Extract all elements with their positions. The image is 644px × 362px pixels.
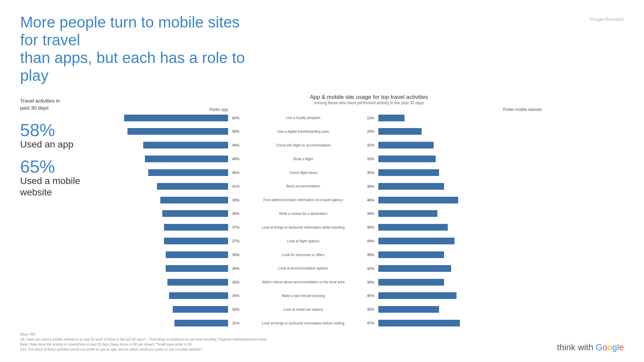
app-pct-label: 48% (229, 157, 239, 161)
web-pct-label: 34% (367, 212, 377, 216)
web-bar (378, 142, 434, 148)
app-bar (173, 306, 228, 313)
web-pct-label: 35% (367, 307, 377, 311)
activity-label: Look at flight options (239, 239, 367, 243)
app-bar (166, 251, 228, 258)
header: More people turn to mobile sites for tra… (20, 13, 624, 90)
web-bar (378, 210, 437, 217)
chart-row: 37% Look at flight options 44% (114, 236, 624, 246)
app-pct-label: 32% (229, 307, 239, 311)
bar-left-wrap (114, 128, 228, 135)
chart-row: 36% Look for discounts or offers 38% (114, 250, 624, 259)
web-bar (378, 183, 444, 190)
main-title: More people turn to mobile sites for tra… (20, 13, 255, 84)
col-header-app: Prefer app (114, 107, 228, 112)
stat-app-pct: 58% (20, 121, 114, 139)
col-headers: Prefer app Prefer mobile website (114, 107, 624, 113)
chart-container: 60% Use a loyalty program 15% 58% Use a … (114, 113, 624, 328)
app-pct-label: 31% (229, 321, 239, 325)
page: Google Research More people turn to mobi… (0, 0, 644, 362)
app-bar (127, 128, 228, 135)
activity-label: Book accommodation (239, 184, 367, 188)
app-bar (157, 183, 228, 190)
activity-label: Look at accommodation options (239, 266, 367, 270)
web-bar (378, 320, 460, 326)
stat-app-block: 58% Used an app (20, 121, 114, 150)
web-pct-label: 32% (367, 143, 377, 147)
chart-row: 41% Book accommodation 38% (114, 182, 624, 191)
chart-row: 32% Look at rental car options 35% (114, 305, 624, 314)
activity-label: Use a loyalty program (239, 116, 367, 120)
activity-label: Write a review for a destination (239, 212, 367, 216)
footer-line: Base: Have done the activity on smartpho… (20, 342, 624, 347)
web-bar (378, 156, 436, 162)
app-bar (160, 197, 228, 203)
web-bar (378, 169, 439, 176)
stat-app-desc: Used an app (20, 139, 114, 150)
web-bar (378, 251, 444, 258)
bar-left-wrap (114, 210, 228, 217)
bar-right-wrap (378, 156, 499, 162)
bar-right-wrap (378, 238, 499, 244)
bar-right-wrap (378, 265, 499, 272)
app-bar (169, 292, 228, 299)
app-pct-label: 49% (229, 143, 239, 147)
web-bar (378, 224, 448, 231)
activity-label: Check flight times (239, 171, 367, 175)
web-bar (378, 265, 451, 272)
chart-row: 60% Use a loyalty program 15% (114, 113, 624, 123)
web-bar (378, 238, 454, 244)
bar-left-wrap (114, 251, 228, 258)
chart-row: 38% Write a review for a destination 34% (114, 209, 624, 218)
bar-left-wrap (114, 265, 228, 272)
web-bar (378, 128, 422, 135)
web-pct-label: 38% (367, 184, 377, 188)
chart-row: 49% Check into flight or accommodation 3… (114, 140, 624, 150)
app-bar (174, 320, 228, 326)
left-panel: Travel activities inpast 30 days 58% Use… (20, 94, 114, 328)
web-bar (378, 292, 457, 299)
footer-line: Base: 500 (20, 332, 624, 337)
app-pct-label: 36% (229, 266, 239, 270)
activity-label: Look at rental car options (239, 307, 367, 312)
right-panel: App & mobile site usage for top travel a… (114, 94, 624, 328)
web-pct-label: 33% (367, 157, 377, 161)
activity-label: Check into flight or accommodation (239, 143, 367, 147)
web-pct-label: 25% (367, 129, 377, 133)
content-area: Travel activities inpast 30 days 58% Use… (20, 94, 624, 328)
chart-row: 39% Find address/contact information of … (114, 195, 624, 205)
google-research-label: Google Research (590, 17, 624, 22)
bar-left-wrap (114, 306, 228, 313)
web-pct-label: 47% (367, 321, 377, 325)
bar-right-wrap (378, 210, 499, 217)
app-bar (145, 156, 228, 162)
web-bar (378, 306, 439, 313)
bar-right-wrap (378, 169, 499, 176)
web-pct-label: 38% (367, 280, 377, 284)
bar-right-wrap (378, 197, 499, 203)
web-pct-label: 15% (367, 116, 377, 120)
chart-row: 35% Watch videos about accommodation or … (114, 278, 624, 287)
bar-right-wrap (378, 183, 499, 190)
activity-label: Look for discounts or offers (239, 253, 367, 257)
bar-left-wrap (114, 156, 228, 162)
bar-right-wrap (378, 251, 499, 258)
app-pct-label: 36% (229, 253, 239, 257)
app-bar (164, 238, 228, 244)
app-pct-label: 34% (229, 294, 239, 298)
web-pct-label: 35% (367, 171, 377, 175)
bar-left-wrap (114, 279, 228, 286)
chart-row: 36% Look at accommodation options 42% (114, 264, 624, 273)
bar-left-wrap (114, 142, 228, 148)
app-pct-label: 38% (229, 212, 239, 216)
chart-row: 48% Book a flight 33% (114, 154, 624, 164)
bar-left-wrap (114, 169, 228, 176)
app-pct-label: 46% (229, 171, 239, 175)
chart-row: 34% Make a last-minute booking 45% (114, 291, 624, 300)
chart-row: 31% Look at things to do/tourist informa… (114, 318, 624, 328)
web-pct-label: 40% (367, 225, 377, 229)
chart-row: 37% Look at things to do/tourist informa… (114, 223, 624, 232)
bar-right-wrap (378, 224, 499, 231)
web-bar (378, 197, 458, 203)
activity-label: Make a last-minute booking (239, 294, 367, 298)
